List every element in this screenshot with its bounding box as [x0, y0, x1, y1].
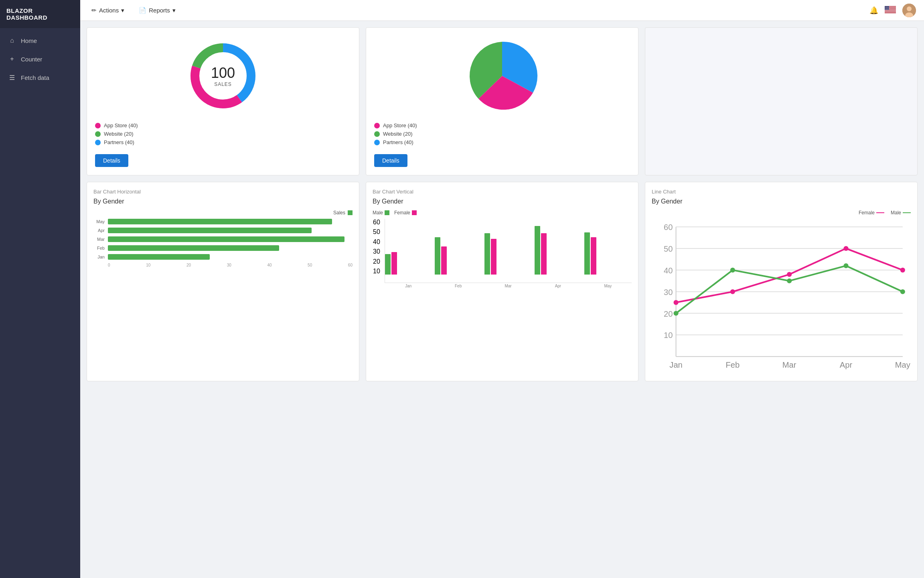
donut-center: 100 SALES — [211, 65, 235, 87]
vbar-legend: Male Female — [373, 210, 632, 216]
hbar-outer — [108, 219, 353, 224]
donut-chart-1: 100 SALES — [183, 36, 263, 116]
svg-text:Mar: Mar — [782, 360, 796, 369]
svg-text:40: 40 — [664, 266, 673, 275]
partners2-dot — [374, 140, 380, 145]
svg-rect-9 — [885, 11, 896, 11]
hbar-row-label: May — [93, 219, 105, 224]
hbar-row: Feb — [93, 245, 353, 251]
line-legend-male: Male — [891, 210, 911, 216]
hbar-row-label: Feb — [93, 246, 105, 250]
legend-item-website: Website (20) — [95, 131, 138, 137]
svg-point-49 — [674, 311, 679, 315]
vbar-group — [435, 237, 482, 275]
partners-dot — [95, 140, 101, 145]
hbar-fill — [108, 219, 332, 224]
svg-point-51 — [787, 279, 792, 283]
donut-total-label: SALES — [211, 81, 235, 87]
svg-text:Jan: Jan — [669, 360, 683, 369]
brand-title: BLAZOR DASHBOARD — [0, 0, 80, 28]
bar-vertical-by-gender: By Gender — [373, 198, 632, 205]
line-legend-female: Female — [859, 210, 884, 216]
line-female-color — [876, 212, 884, 213]
svg-rect-10 — [885, 11, 896, 12]
vbar-female — [391, 252, 397, 275]
hbar-legend: Sales — [93, 210, 353, 216]
line-chart-svg-wrap: 102030405060 JanFebMarAprMay — [652, 219, 911, 374]
appstore-dot — [95, 123, 101, 128]
line-chart-by-gender: By Gender — [652, 198, 911, 205]
flag-icon[interactable]: ★★★★★★ ★★★★★ ★★★★★★ ★★★★★ — [885, 6, 896, 15]
svg-point-50 — [730, 268, 735, 273]
hbar-chart: May Apr Mar Feb Jan — [93, 219, 353, 260]
line-chart-card: Line Chart By Gender Female Male 1020304… — [645, 182, 918, 381]
hbar-legend-label: Sales — [333, 210, 345, 216]
bar-horizontal-by-gender: By Gender — [93, 198, 353, 205]
vbar-group — [484, 233, 532, 275]
vbar-female — [541, 233, 547, 275]
svg-rect-8 — [885, 10, 896, 11]
topnav-right: 🔔 — [869, 4, 916, 17]
donut-total: 100 — [211, 65, 235, 81]
vbar-male — [584, 232, 590, 275]
actions-chevron-icon: ▾ — [121, 7, 124, 14]
appstore2-label: App Store (40) — [383, 122, 417, 128]
hbar-row-label: Mar — [93, 237, 105, 242]
website-dot — [95, 131, 101, 137]
svg-point-53 — [900, 289, 905, 294]
vbar-xlabel: Apr — [534, 284, 582, 288]
details-button-2[interactable]: Details — [374, 154, 407, 167]
svg-point-45 — [730, 289, 735, 294]
line-chart-legend: Female Male — [652, 210, 911, 216]
vbar-group — [584, 232, 632, 275]
svg-text:20: 20 — [664, 309, 673, 318]
avatar[interactable] — [902, 4, 916, 17]
vbar-female — [441, 246, 447, 275]
document-icon: 📄 — [139, 7, 146, 14]
sidebar-item-fetchdata[interactable]: ☰ Fetch data — [0, 68, 80, 87]
hbar-row: Mar — [93, 236, 353, 242]
website2-dot — [374, 131, 380, 137]
hbar-row-label: Jan — [93, 254, 105, 259]
sidebar-item-home[interactable]: ⌂ Home — [0, 31, 80, 50]
svg-point-47 — [843, 246, 848, 251]
actions-menu[interactable]: ✏ Actions ▾ — [88, 4, 128, 16]
svg-text:30: 30 — [664, 288, 673, 297]
line-male-color — [903, 212, 911, 213]
vbar-ylabels: 10 20 30 40 50 60 — [373, 219, 380, 275]
bar-horizontal-card: Bar Chart Horizontal By Gender Sales May… — [87, 182, 359, 381]
empty-card-3 — [645, 27, 918, 175]
main-area: ✏ Actions ▾ 📄 Reports ▾ 🔔 — [80, 0, 924, 578]
svg-text:60: 60 — [664, 223, 673, 232]
hbar-fill — [108, 228, 312, 233]
hbar-row: May — [93, 219, 353, 224]
bell-icon[interactable]: 🔔 — [869, 6, 878, 15]
hbar-fill — [108, 254, 210, 260]
vbar-female-label: Female — [394, 210, 410, 216]
hbar-fill — [108, 245, 279, 251]
hbar-fill — [108, 236, 344, 242]
actions-label: Actions — [99, 7, 119, 14]
pencil-icon: ✏ — [91, 7, 97, 14]
vbar-male — [385, 254, 391, 275]
svg-rect-11 — [885, 12, 896, 12]
website-label: Website (20) — [104, 131, 133, 137]
legend-item-appstore: App Store (40) — [95, 122, 138, 128]
vbar-male — [535, 226, 540, 275]
vbar-xlabel: Feb — [434, 284, 482, 288]
details-button-1[interactable]: Details — [95, 154, 128, 167]
appstore-label: App Store (40) — [104, 122, 138, 128]
vbar-xlabel: Jan — [385, 284, 432, 288]
reports-chevron-icon: ▾ — [172, 7, 176, 14]
sidebar-nav: ⌂ Home + Counter ☰ Fetch data — [0, 31, 80, 87]
bottom-cards-row: Bar Chart Horizontal By Gender Sales May… — [87, 182, 918, 381]
svg-text:50: 50 — [664, 244, 673, 253]
plus-icon: + — [8, 55, 16, 63]
hbar-outer — [108, 236, 353, 242]
hbar-outer — [108, 245, 353, 251]
sidebar-item-home-label: Home — [21, 37, 37, 44]
table-icon: ☰ — [8, 74, 16, 81]
sidebar-item-counter[interactable]: + Counter — [0, 50, 80, 68]
svg-point-19 — [907, 6, 912, 11]
reports-menu[interactable]: 📄 Reports ▾ — [136, 4, 179, 16]
